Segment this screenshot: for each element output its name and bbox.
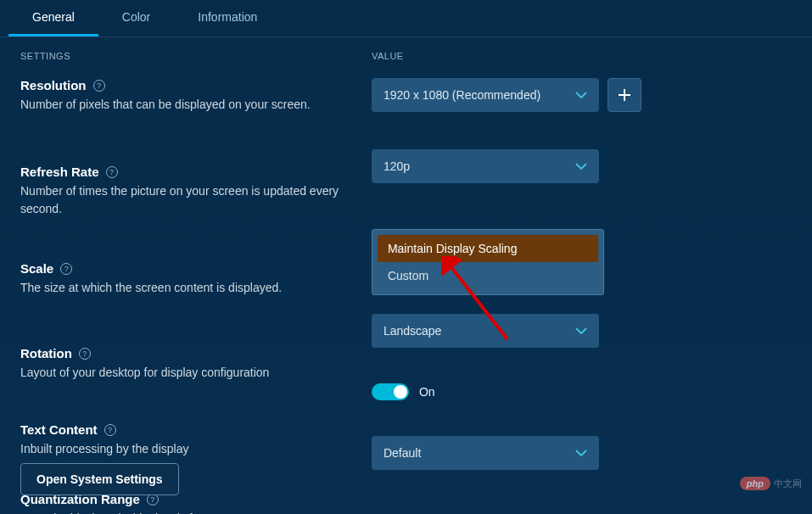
- scale-value-row: Maintain Display Scaling Custom: [372, 229, 792, 305]
- refresh-rate-select[interactable]: 120p: [372, 149, 599, 183]
- resolution-value: 1920 x 1080 (Recommended): [384, 88, 540, 102]
- help-icon[interactable]: ?: [79, 348, 91, 360]
- resolution-title: Resolution: [20, 78, 87, 92]
- chevron-down-icon: [575, 325, 587, 337]
- refresh-value-row: 120p: [372, 149, 792, 183]
- refresh-value: 120p: [384, 159, 410, 173]
- setting-rotation: Rotation ? Layout of your desktop for di…: [20, 346, 372, 397]
- text-content-toggle[interactable]: [372, 383, 409, 400]
- help-icon[interactable]: ?: [93, 80, 105, 92]
- setting-scale: Scale ? The size at which the screen con…: [20, 261, 372, 321]
- rotation-select[interactable]: Landscape: [372, 314, 599, 348]
- tab-color[interactable]: Color: [98, 0, 174, 36]
- resolution-select[interactable]: 1920 x 1080 (Recommended): [372, 78, 599, 112]
- watermark-text: 中文网: [774, 478, 802, 490]
- rotation-value-row: Landscape: [372, 314, 792, 348]
- value-column: VALUE 1920 x 1080 (Recommended) 120p: [372, 51, 792, 514]
- chevron-down-icon: [575, 89, 587, 101]
- help-icon[interactable]: ?: [106, 166, 118, 178]
- value-header: VALUE: [372, 51, 792, 61]
- toggle-knob: [394, 385, 407, 399]
- text-content-title: Text Content: [20, 422, 98, 437]
- toggle-state-label: On: [419, 385, 435, 399]
- settings-header: SETTINGS: [20, 51, 372, 61]
- watermark: php 中文网: [740, 477, 802, 490]
- footer-area: Open System Settings: [20, 463, 179, 495]
- quantization-select[interactable]: Default: [372, 436, 599, 470]
- scale-dropdown[interactable]: Maintain Display Scaling Custom: [372, 229, 604, 295]
- resolution-value-row: 1920 x 1080 (Recommended): [372, 78, 792, 112]
- text-content-desc: Inbuilt processing by the display: [20, 440, 372, 458]
- tabs-bar: General Color Information: [0, 0, 812, 37]
- rotation-title: Rotation: [20, 346, 72, 360]
- refresh-title: Refresh Rate: [20, 165, 99, 179]
- setting-refresh-rate: Refresh Rate ? Number of times the pictu…: [20, 165, 372, 236]
- quant-desc: Tune the black and white levels for your…: [20, 510, 372, 514]
- content-area: SETTINGS Resolution ? Number of pixels t…: [0, 37, 812, 514]
- setting-resolution: Resolution ? Number of pixels that can b…: [20, 78, 372, 139]
- tab-information[interactable]: Information: [174, 0, 281, 36]
- help-icon[interactable]: ?: [60, 263, 72, 275]
- chevron-down-icon: [575, 160, 587, 172]
- setting-text-content: Text Content ? Inbuilt processing by the…: [20, 422, 372, 467]
- refresh-desc: Number of times the picture on your scre…: [20, 182, 372, 218]
- tab-general[interactable]: General: [8, 0, 98, 36]
- watermark-badge: php: [740, 477, 770, 490]
- open-system-settings-button[interactable]: Open System Settings: [20, 463, 179, 495]
- quant-value-row: Default: [372, 436, 792, 470]
- resolution-desc: Number of pixels that can be displayed o…: [20, 96, 372, 114]
- scale-title: Scale: [20, 261, 53, 276]
- quant-value: Default: [384, 446, 421, 460]
- rotation-value: Landscape: [384, 324, 442, 338]
- chevron-down-icon: [575, 447, 587, 459]
- scale-desc: The size at which the screen content is …: [20, 279, 372, 297]
- scale-option-maintain[interactable]: Maintain Display Scaling: [378, 235, 598, 262]
- add-resolution-button[interactable]: [608, 78, 641, 112]
- text-content-value-row: On: [372, 383, 792, 404]
- scale-option-custom[interactable]: Custom: [378, 262, 598, 289]
- rotation-desc: Layout of your desktop for display confi…: [20, 364, 372, 382]
- settings-column: SETTINGS Resolution ? Number of pixels t…: [20, 51, 372, 514]
- help-icon[interactable]: ?: [104, 424, 116, 436]
